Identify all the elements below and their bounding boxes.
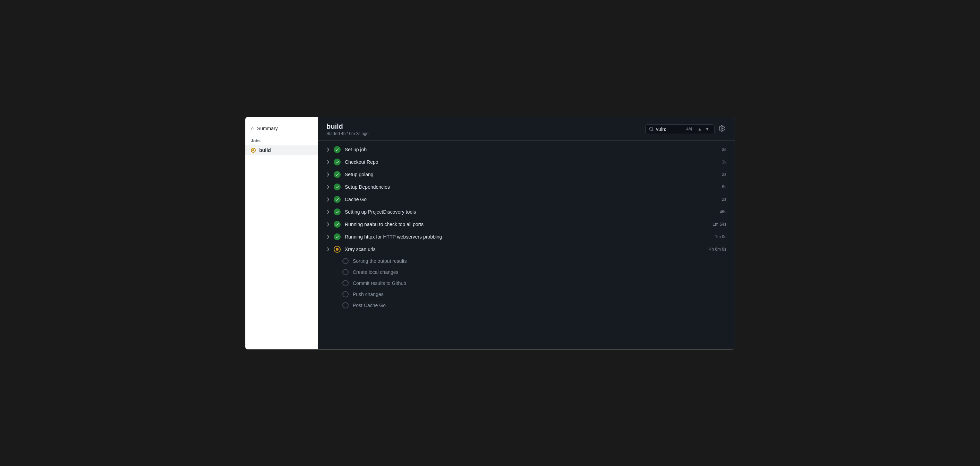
substep-name: Sorting the output results	[353, 258, 407, 264]
substep-row[interactable]: Push changes	[318, 289, 735, 300]
step-success-icon	[334, 159, 340, 165]
step-name: Set up job	[345, 147, 722, 152]
substep-pending-icon	[342, 269, 348, 275]
substep-pending-icon	[342, 291, 348, 297]
step-success-icon	[334, 171, 340, 178]
main-window: ⌂ Summary Jobs build build Started 4h 10…	[245, 117, 735, 350]
step-row[interactable]: ❯ Xray scan urls 4h 6m 6s	[318, 243, 735, 255]
substep-pending-icon	[342, 302, 348, 309]
log-search-box[interactable]: vuln: 4/4 ▲ ▼	[645, 124, 714, 134]
home-icon: ⌂	[251, 125, 255, 132]
substep-name: Commit results to Github	[353, 281, 406, 286]
substep-name: Post Cache Go	[353, 303, 386, 308]
search-value: vuln:	[656, 126, 682, 132]
substep-row[interactable]: Create local changes	[318, 266, 735, 277]
step-chevron-icon: ❯	[326, 184, 329, 189]
settings-button[interactable]	[718, 124, 726, 135]
substep-name: Push changes	[353, 292, 383, 297]
step-running-icon	[334, 246, 340, 253]
step-success-icon	[334, 208, 340, 216]
step-row[interactable]: ❯ Checkout Repo 1s	[318, 156, 735, 168]
substep-row[interactable]: Commit results to Github	[318, 277, 735, 289]
step-success-icon	[334, 184, 340, 190]
step-row[interactable]: ❯ Setup Dependencies 8s	[318, 181, 735, 193]
step-chevron-icon: ❯	[326, 172, 329, 177]
step-name: Setting up ProjectDiscovery tools	[345, 209, 720, 215]
step-chevron-icon: ❯	[326, 247, 329, 251]
steps-container: ❯ Set up job 3s ❯ Checkout Repo 1s ❯ Set…	[318, 141, 735, 349]
summary-label: Summary	[257, 126, 278, 131]
step-name: Running naabu to check top all ports	[345, 222, 713, 227]
step-chevron-icon: ❯	[326, 197, 329, 201]
step-chevron-icon: ❯	[326, 209, 329, 214]
substep-row[interactable]: Post Cache Go	[318, 300, 735, 311]
header-controls: vuln: 4/4 ▲ ▼	[645, 124, 726, 135]
step-duration: 1m 0s	[715, 235, 726, 239]
step-name: Cache Go	[345, 197, 722, 202]
main-content: build Started 4h 10m 2s ago vuln: 4/4 ▲ …	[318, 117, 735, 349]
substep-pending-icon	[342, 280, 348, 286]
job-status-running-icon	[251, 148, 256, 153]
step-duration: 1m 54s	[713, 222, 726, 227]
step-duration: 8s	[722, 184, 726, 189]
substep-pending-icon	[342, 258, 348, 264]
jobs-section-label: Jobs	[245, 134, 318, 146]
step-duration: 2s	[722, 197, 726, 202]
step-duration: 1s	[722, 160, 726, 165]
step-chevron-icon: ❯	[326, 235, 329, 239]
step-row[interactable]: ❯ Running httpx for HTTP webservers prob…	[318, 231, 735, 243]
step-chevron-icon: ❯	[326, 222, 329, 227]
step-name: Xray scan urls	[345, 247, 710, 252]
step-name: Setup golang	[345, 172, 722, 177]
step-success-icon	[334, 233, 340, 240]
substep-name: Create local changes	[353, 269, 399, 275]
step-success-icon	[334, 196, 340, 203]
step-duration: 3s	[722, 147, 726, 152]
step-success-icon	[334, 221, 340, 228]
build-info: build Started 4h 10m 2s ago	[326, 122, 368, 136]
job-name: build	[259, 147, 270, 153]
step-duration: 4h 6m 6s	[710, 247, 726, 252]
step-name: Running httpx for HTTP webservers probbi…	[345, 234, 715, 239]
sidebar-job-build[interactable]: build	[245, 146, 318, 155]
step-row[interactable]: ❯ Setting up ProjectDiscovery tools 46s	[318, 206, 735, 218]
step-row[interactable]: ❯ Cache Go 2s	[318, 193, 735, 206]
sidebar-summary[interactable]: ⌂ Summary	[245, 122, 318, 134]
step-chevron-icon: ❯	[326, 160, 329, 164]
search-prev-arrow[interactable]: ▲	[696, 126, 703, 132]
step-name: Setup Dependencies	[345, 184, 722, 190]
step-name: Checkout Repo	[345, 159, 722, 165]
step-chevron-icon: ❯	[326, 147, 329, 152]
build-title: build	[326, 122, 368, 130]
build-subtitle: Started 4h 10m 2s ago	[326, 131, 368, 136]
search-next-arrow[interactable]: ▼	[704, 126, 711, 132]
step-row[interactable]: ❯ Setup golang 2s	[318, 168, 735, 181]
step-row[interactable]: ❯ Running naabu to check top all ports 1…	[318, 218, 735, 231]
step-row[interactable]: ❯ Set up job 3s	[318, 143, 735, 156]
substep-row[interactable]: Sorting the output results	[318, 255, 735, 266]
step-success-icon	[334, 146, 340, 153]
step-duration: 2s	[722, 172, 726, 177]
search-count: 4/4	[686, 127, 692, 132]
search-icon	[649, 127, 654, 132]
step-duration: 46s	[720, 209, 726, 214]
sidebar: ⌂ Summary Jobs build	[245, 117, 318, 349]
main-header: build Started 4h 10m 2s ago vuln: 4/4 ▲ …	[318, 117, 735, 141]
search-nav-arrows: ▲ ▼	[696, 126, 711, 132]
